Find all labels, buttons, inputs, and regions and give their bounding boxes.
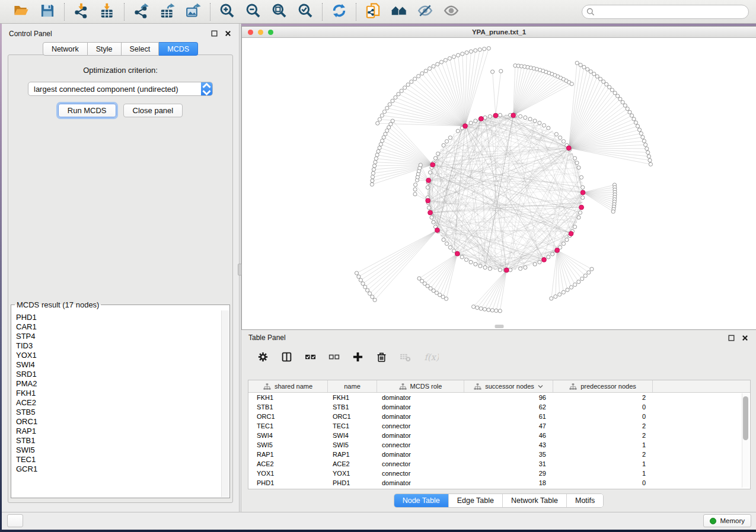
graph-node[interactable] [448,246,452,249]
graph-hub-node[interactable] [579,205,584,210]
table-cell[interactable]: SWI4 [328,432,377,439]
graph-leaf-node[interactable] [378,146,381,149]
graph-node[interactable] [448,136,452,139]
graph-leaf-node[interactable] [357,275,361,278]
graph-leaf-node[interactable] [419,164,422,167]
graph-leaf-node[interactable] [373,164,377,168]
graph-node[interactable] [498,268,502,272]
graph-node[interactable] [547,126,550,130]
graph-leaf-node[interactable] [371,295,374,299]
graph-leaf-node[interactable] [595,75,599,78]
control-panel-float-button[interactable] [210,30,218,37]
graph-node[interactable] [573,225,576,229]
graph-node[interactable] [488,114,492,118]
memory-button[interactable]: Memory [703,514,751,527]
column-header-predecessor-nodes[interactable]: predecessor nodes [553,380,653,392]
tab-network[interactable]: Network [43,42,88,56]
graph-leaf-node[interactable] [382,136,385,139]
graph-leaf-node[interactable] [554,295,557,299]
table-cell[interactable]: 1 [553,470,653,477]
table-cell[interactable]: 0 [553,479,653,486]
graph-node[interactable] [581,185,585,189]
tab-network-table[interactable]: Network Table [503,494,567,507]
table-cell[interactable]: 43 [464,441,553,448]
graph-hub-node[interactable] [455,251,460,256]
graph-leaf-node[interactable] [639,132,643,135]
graph-node[interactable] [554,132,558,136]
graph-leaf-node[interactable] [487,308,490,312]
graph-leaf-node[interactable] [618,97,622,101]
table-settings-button[interactable] [256,350,270,366]
graph-node[interactable] [469,121,473,124]
graph-leaf-node[interactable] [590,267,594,271]
table-row[interactable]: YOX1YOX1connector291 [248,469,750,478]
graph-hub-node[interactable] [542,258,547,262]
table-row[interactable]: ACE2ACE2connector311 [248,459,750,469]
graph-leaf-node[interactable] [363,285,367,289]
graph-leaf-node[interactable] [645,147,649,150]
graph-leaf-node[interactable] [371,175,374,179]
graph-leaf-node[interactable] [610,88,614,92]
graph-hub-node[interactable] [493,113,498,118]
graph-leaf-node[interactable] [613,91,617,95]
graph-leaf-node[interactable] [436,62,439,66]
graph-leaf-node[interactable] [632,117,636,121]
table-cell[interactable]: 2 [553,432,653,439]
open-session-button[interactable] [12,2,30,21]
graph-hub-node[interactable] [435,228,440,233]
table-cell[interactable]: 0 [553,403,653,411]
first-neighbors-button[interactable] [390,2,408,21]
graph-leaf-node[interactable] [397,92,400,96]
graph-leaf-node[interactable] [474,49,477,52]
graph-node[interactable] [559,136,562,139]
graph-hub-node[interactable] [479,117,484,121]
graph-node[interactable] [565,238,569,242]
mcds-result-item[interactable]: SRD1 [16,370,222,379]
graph-node[interactable] [519,267,522,270]
tab-edge-table[interactable]: Edge Table [449,494,503,507]
graph-hub-node[interactable] [566,146,571,150]
graph-leaf-node[interactable] [483,307,486,311]
table-cell[interactable]: 96 [464,394,553,401]
graph-node[interactable] [483,265,487,269]
graph-leaf-node[interactable] [375,153,379,156]
graph-leaf-node[interactable] [598,77,602,81]
graph-node[interactable] [579,175,583,179]
graph-leaf-node[interactable] [649,162,652,166]
graph-leaf-node[interactable] [391,99,394,102]
graph-node[interactable] [427,206,430,210]
table-cell[interactable]: 47 [464,422,553,430]
table-cell[interactable]: connector [377,460,464,467]
table-cell[interactable]: 2 [553,394,653,401]
mcds-result-item[interactable]: YOX1 [16,351,222,360]
table-cell[interactable]: YOX1 [248,470,328,477]
graph-leaf-node[interactable] [490,309,494,312]
create-column-button[interactable] [351,350,365,366]
graph-node[interactable] [578,211,582,214]
table-cell[interactable]: TEC1 [248,422,328,430]
table-row[interactable]: TEC1TEC1connector472 [248,421,750,431]
graph-leaf-node[interactable] [379,143,382,146]
graph-leaf-node[interactable] [608,85,611,89]
mcds-result-item[interactable]: RAP1 [16,427,222,436]
graph-leaf-node[interactable] [647,155,650,158]
graph-node[interactable] [538,260,541,264]
graph-node[interactable] [577,216,580,219]
graph-node[interactable] [442,143,445,147]
graph-node[interactable] [547,255,550,259]
mcds-result-item[interactable]: TEC1 [16,455,222,464]
graph-node[interactable] [479,264,482,268]
graph-leaf-node[interactable] [580,277,584,281]
show-panels-menu-button[interactable] [7,514,23,527]
graph-leaf-node[interactable] [630,114,634,117]
graph-hub-node[interactable] [580,190,585,195]
zoom-in-button[interactable] [218,2,236,21]
graph-node[interactable] [562,140,565,143]
table-cell[interactable]: SWI4 [248,432,328,439]
graph-leaf-node[interactable] [432,65,435,68]
table-cell[interactable]: 18 [464,479,553,486]
graph-leaf-node[interactable] [452,55,455,59]
graph-node[interactable] [464,258,468,261]
graph-leaf-node[interactable] [623,104,627,107]
table-row[interactable]: SWI4SWI4dominator462 [248,431,750,440]
